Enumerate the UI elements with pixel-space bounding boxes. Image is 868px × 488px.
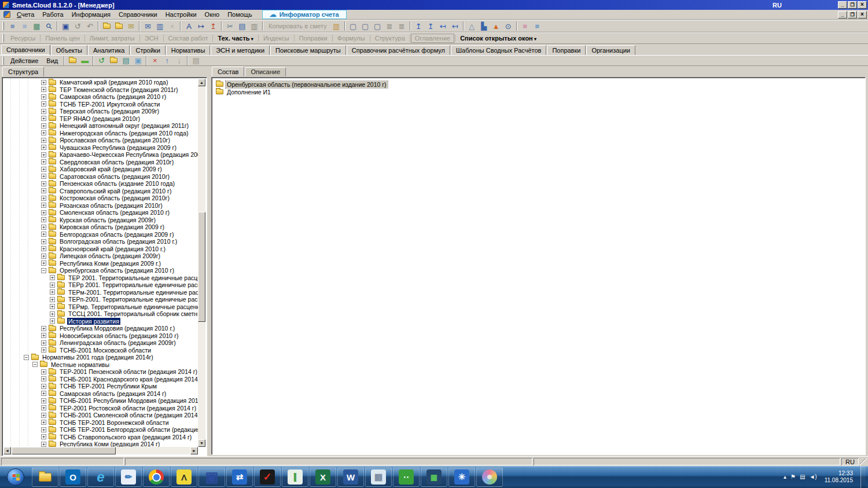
tree-item[interactable]: +ТСНБ-2001 Московской области bbox=[3, 347, 198, 354]
expand-box-icon[interactable]: + bbox=[41, 152, 46, 157]
move-top-icon[interactable]: ↥ bbox=[413, 21, 425, 32]
tab-Шаблоны Сводных Расчётов[interactable]: Шаблоны Сводных Расчётов bbox=[451, 45, 546, 55]
tree-item[interactable]: +ТСНБ ТЕР-2001 Воронежской области bbox=[3, 419, 198, 427]
action-center-flag-icon[interactable]: ⚑ bbox=[790, 474, 796, 480]
child-restore-button[interactable] bbox=[848, 11, 857, 19]
child-window-icon[interactable] bbox=[3, 11, 10, 18]
materials-icon[interactable]: ▲ bbox=[490, 21, 502, 32]
expand-box-icon[interactable]: + bbox=[50, 304, 55, 309]
tree-item[interactable]: +Ленинградская область (редакция 2009г) bbox=[3, 339, 198, 347]
expand-box-icon[interactable]: + bbox=[41, 239, 46, 244]
tab-Нормативы[interactable]: Нормативы bbox=[166, 45, 211, 55]
tree-item[interactable]: +Самарская область (редакция 2014 г) bbox=[3, 390, 198, 398]
toolbar-grip[interactable] bbox=[2, 34, 4, 42]
tree-item[interactable]: +Республика Мордовия (редакция 2010 г.) bbox=[3, 325, 198, 332]
window-p-icon[interactable]: ▢ bbox=[359, 21, 372, 32]
expand-box-icon[interactable]: + bbox=[41, 225, 46, 230]
tree-item[interactable]: +ТСНБ Ставропольского края (редакция 201… bbox=[3, 434, 198, 441]
paste-to-estimate-icon[interactable]: ▥ bbox=[330, 21, 343, 32]
volume-icon[interactable]: ◄) bbox=[809, 474, 816, 480]
tree-item[interactable]: +История развития bbox=[3, 318, 198, 325]
status-language[interactable]: RU bbox=[841, 458, 859, 465]
move-left-icon[interactable]: ↤ bbox=[437, 21, 449, 32]
rename-icon[interactable]: A bbox=[183, 21, 195, 32]
toolbar-grip[interactable] bbox=[2, 22, 4, 30]
undo-icon[interactable]: ↶ bbox=[84, 21, 96, 32]
scroll-up-icon[interactable]: ▲ bbox=[198, 79, 205, 86]
tree-item[interactable]: +ТЕР ЯНАО (редакция 2010г) bbox=[3, 115, 198, 123]
expand-box-icon[interactable]: + bbox=[50, 297, 55, 302]
tab-Организации[interactable]: Организации bbox=[586, 45, 635, 55]
expand-box-icon[interactable]: + bbox=[41, 167, 46, 172]
move-up-icon[interactable]: ↑ bbox=[161, 55, 173, 66]
tree-item[interactable]: +Ставропольский край (редакция 2010 г) bbox=[3, 188, 198, 195]
mail-icon[interactable]: ✉ bbox=[142, 21, 154, 32]
taskbar-level-tool-button[interactable]: ∥ bbox=[282, 467, 308, 487]
expand-box-icon[interactable]: + bbox=[41, 196, 46, 201]
taskbar-internet-explorer-button[interactable]: e bbox=[87, 467, 114, 487]
expand-box-icon[interactable]: + bbox=[41, 130, 46, 135]
expand-box-icon[interactable]: + bbox=[41, 254, 46, 259]
save-icon[interactable]: ▣ bbox=[60, 21, 72, 32]
menu-spravochniki[interactable]: Справочники bbox=[115, 10, 161, 19]
list-view-icon[interactable]: ≣ bbox=[384, 21, 396, 32]
tree-item[interactable]: +Волгоградская область (редакция 2010 г.… bbox=[3, 238, 198, 245]
tree-item[interactable]: +Ненецкий автономный округ (редакция 201… bbox=[3, 122, 198, 130]
tree-item[interactable]: +Чувашская Республика (редакция 2009 г) bbox=[3, 144, 198, 152]
search-icon[interactable]: ⚲ bbox=[43, 21, 55, 32]
expand-box-icon[interactable]: + bbox=[41, 94, 46, 100]
export-icon[interactable]: ↦ bbox=[195, 21, 207, 32]
expand-box-icon[interactable]: + bbox=[41, 384, 46, 389]
expand-box-icon[interactable]: + bbox=[41, 232, 46, 237]
expand-box-icon[interactable]: + bbox=[41, 87, 46, 92]
expand-box-icon[interactable]: + bbox=[41, 80, 46, 85]
expand-box-icon[interactable]: + bbox=[50, 311, 55, 317]
actionmenu-Действие[interactable]: Действие bbox=[6, 57, 42, 65]
menu-okno[interactable]: Окно bbox=[201, 10, 224, 19]
tree-item[interactable]: +ТЕРмр. Территориальные единичные расцен… bbox=[3, 303, 198, 311]
tree-item[interactable]: +Пензенская область (издание 2010 года) bbox=[3, 180, 198, 188]
start-button[interactable] bbox=[0, 466, 31, 488]
expand-box-icon[interactable]: + bbox=[50, 318, 55, 324]
price-layers-blue-icon[interactable]: ≡ bbox=[531, 21, 543, 32]
tree-item[interactable]: +ТЕРп-2001. Территориальные единичные ра… bbox=[3, 296, 198, 303]
child-close-button[interactable] bbox=[858, 11, 867, 19]
expand-box-icon[interactable]: + bbox=[41, 442, 46, 447]
delete-icon[interactable]: × bbox=[149, 55, 161, 66]
tree-item[interactable]: +ТЕР-2001 Пензенской области (редакция 2… bbox=[3, 368, 198, 376]
expand-box-icon[interactable]: + bbox=[41, 181, 46, 186]
tree-item[interactable]: +Камчатский край (редакция 2010 года) bbox=[3, 79, 198, 86]
paste-icon[interactable]: ▥ bbox=[248, 21, 260, 32]
close-button[interactable] bbox=[858, 1, 867, 9]
tree-item[interactable]: +ТЕР-2001 Ростовской области (редакция 2… bbox=[3, 405, 198, 412]
menu-informacia[interactable]: Информация bbox=[68, 10, 115, 19]
tab-Описание[interactable]: Описание bbox=[245, 67, 286, 76]
taskbar-floppy-save-button[interactable]: ▣ bbox=[198, 467, 225, 487]
tab-Стройки[interactable]: Стройки bbox=[130, 45, 165, 55]
expand-box-icon[interactable]: + bbox=[41, 398, 46, 403]
expand-box-icon[interactable]: + bbox=[41, 188, 46, 193]
window-tp-icon[interactable]: ▢ bbox=[372, 21, 384, 32]
expand-box-icon[interactable]: + bbox=[41, 210, 46, 215]
outline-collapse-icon[interactable]: ≡ bbox=[6, 21, 19, 32]
tab-Справочник расчётных формул[interactable]: Справочник расчётных формул bbox=[347, 45, 450, 55]
tab-Поправки[interactable]: Поправки bbox=[547, 45, 586, 55]
tree-item[interactable]: +Костромская область (редакция 2010г) bbox=[3, 195, 198, 202]
tree-item[interactable]: +Новосибирская область (редакция 2010 г) bbox=[3, 332, 198, 340]
expand-box-icon[interactable]: + bbox=[41, 340, 46, 346]
expand-box-icon[interactable]: + bbox=[41, 427, 46, 432]
copy-icon[interactable]: ▣ bbox=[132, 55, 144, 66]
expand-box-icon[interactable]: + bbox=[41, 109, 46, 114]
tree-item[interactable]: +Хабаровский край (редакция 2009 г) bbox=[3, 166, 198, 173]
list-view2-icon[interactable]: ≣ bbox=[396, 21, 408, 32]
expand-box-icon[interactable]: + bbox=[41, 413, 46, 418]
scrollbar-thumb[interactable] bbox=[12, 447, 116, 454]
expand-box-icon[interactable]: + bbox=[41, 420, 46, 425]
tree-item[interactable]: +Свердловская область (редакция 2010г) bbox=[3, 159, 198, 166]
tree-item[interactable]: +Нижегородская область (редакция 2010 го… bbox=[3, 130, 198, 137]
expand-box-icon[interactable]: + bbox=[41, 260, 46, 266]
expand-box-icon[interactable]: + bbox=[41, 391, 46, 396]
expand-box-icon[interactable]: + bbox=[41, 405, 46, 410]
expand-box-icon[interactable]: + bbox=[50, 289, 55, 295]
tree-horizontal-scrollbar[interactable]: ◄ ► bbox=[3, 447, 198, 454]
